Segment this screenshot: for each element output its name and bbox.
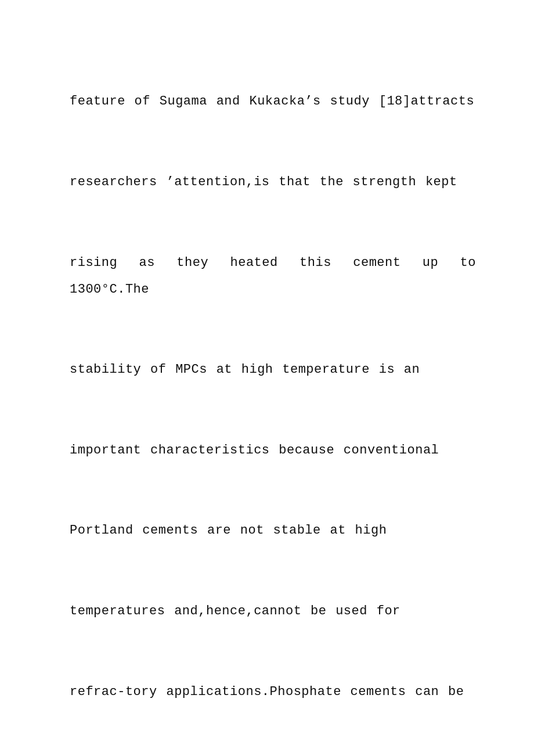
page-container: feature of Sugama and Kukacka’s study [1…	[0, 0, 534, 756]
line-6: Portland cements are not stable at high	[70, 517, 476, 544]
line-5: important characteristics because conven…	[70, 437, 476, 464]
line-3: rising as they heated this cement up to …	[70, 250, 476, 303]
line-4: stability of MPCs at high temperature is…	[70, 357, 476, 383]
line-1: feature of Sugama and Kukacka’s study [1…	[70, 88, 476, 115]
line-8: refrac‑tory applications.Phosphate cemen…	[70, 679, 476, 705]
line-2: researchers ’attention,is that the stren…	[70, 169, 476, 196]
line-7: temperatures and,hence,cannot be used fo…	[70, 598, 476, 625]
main-text: feature of Sugama and Kukacka’s study [1…	[70, 35, 476, 756]
